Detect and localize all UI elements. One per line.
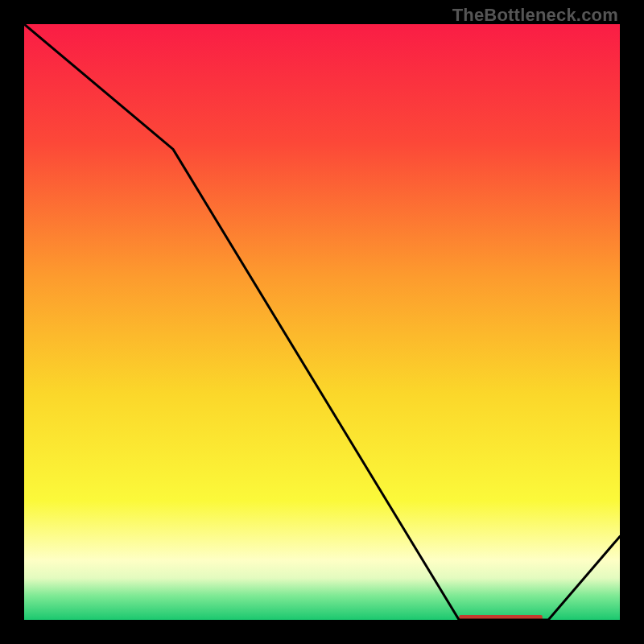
- chart-overlay: [24, 24, 620, 620]
- chart-frame: TheBottleneck.com: [0, 0, 644, 644]
- chart-line: [24, 24, 620, 620]
- watermark-text: TheBottleneck.com: [452, 5, 618, 26]
- plot-area: [24, 24, 620, 620]
